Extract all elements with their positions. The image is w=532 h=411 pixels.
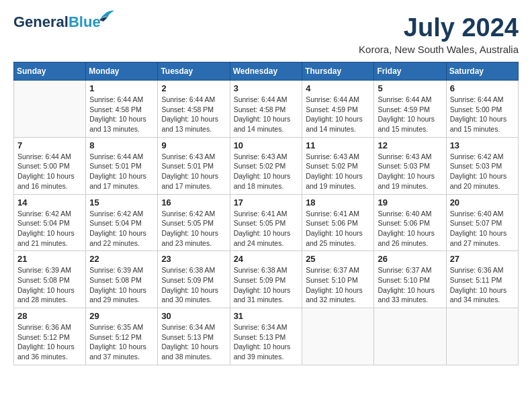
day-number: 20 <box>450 197 515 208</box>
calendar-cell: 29Sunrise: 6:35 AMSunset: 5:12 PMDayligh… <box>86 308 158 365</box>
day-info: Sunrise: 6:42 AMSunset: 5:05 PMDaylight:… <box>161 209 226 248</box>
day-number: 30 <box>161 311 226 321</box>
day-info: Sunrise: 6:40 AMSunset: 5:06 PMDaylight:… <box>378 209 442 248</box>
day-number: 1 <box>89 83 154 93</box>
calendar-cell: 11Sunrise: 6:43 AMSunset: 5:02 PMDayligh… <box>302 137 374 194</box>
day-info: Sunrise: 6:43 AMSunset: 5:03 PMDaylight:… <box>378 152 442 191</box>
logo-general: General <box>13 13 69 30</box>
day-number: 14 <box>17 197 82 208</box>
calendar-cell: 6Sunrise: 6:44 AMSunset: 5:00 PMDaylight… <box>446 81 518 138</box>
logo: GeneralBlue <box>13 13 101 31</box>
month-title: July 2024 <box>359 13 519 42</box>
day-number: 5 <box>378 83 442 93</box>
calendar-cell <box>14 81 86 138</box>
calendar-cell: 18Sunrise: 6:41 AMSunset: 5:06 PMDayligh… <box>302 194 374 251</box>
day-number: 3 <box>234 83 299 93</box>
day-info: Sunrise: 6:43 AMSunset: 5:02 PMDaylight:… <box>234 152 299 191</box>
calendar-cell: 13Sunrise: 6:42 AMSunset: 5:03 PMDayligh… <box>446 137 518 194</box>
logo-wing-icon <box>97 8 116 23</box>
calendar-cell: 23Sunrise: 6:38 AMSunset: 5:09 PMDayligh… <box>158 251 230 308</box>
day-number: 28 <box>17 311 82 321</box>
calendar-cell: 27Sunrise: 6:36 AMSunset: 5:11 PMDayligh… <box>446 251 518 308</box>
page-header: GeneralBlue July 2024 Korora, New South … <box>13 13 519 55</box>
day-number: 31 <box>234 311 299 321</box>
day-number: 9 <box>161 140 226 150</box>
weekday-header-tuesday: Tuesday <box>158 62 230 81</box>
day-number: 18 <box>306 197 370 208</box>
day-number: 13 <box>450 140 515 150</box>
calendar-cell: 25Sunrise: 6:37 AMSunset: 5:10 PMDayligh… <box>302 251 374 308</box>
calendar-cell: 1Sunrise: 6:44 AMSunset: 4:58 PMDaylight… <box>86 81 158 138</box>
day-number: 11 <box>306 140 370 150</box>
calendar-cell: 4Sunrise: 6:44 AMSunset: 4:59 PMDaylight… <box>302 81 374 138</box>
day-info: Sunrise: 6:34 AMSunset: 5:13 PMDaylight:… <box>161 322 226 362</box>
day-info: Sunrise: 6:44 AMSunset: 4:58 PMDaylight:… <box>89 95 154 134</box>
calendar-week-row: 14Sunrise: 6:42 AMSunset: 5:04 PMDayligh… <box>14 194 519 251</box>
calendar-cell: 28Sunrise: 6:36 AMSunset: 5:12 PMDayligh… <box>14 308 86 365</box>
day-number: 10 <box>234 140 299 150</box>
weekday-header-saturday: Saturday <box>446 62 518 81</box>
calendar-cell: 19Sunrise: 6:40 AMSunset: 5:06 PMDayligh… <box>374 194 446 251</box>
day-number: 16 <box>161 197 226 208</box>
day-info: Sunrise: 6:35 AMSunset: 5:12 PMDaylight:… <box>89 322 154 362</box>
day-info: Sunrise: 6:43 AMSunset: 5:02 PMDaylight:… <box>306 152 370 191</box>
calendar-cell: 10Sunrise: 6:43 AMSunset: 5:02 PMDayligh… <box>230 137 302 194</box>
weekday-header-friday: Friday <box>374 62 446 81</box>
calendar-cell: 7Sunrise: 6:44 AMSunset: 5:00 PMDaylight… <box>14 137 86 194</box>
calendar-header-row: SundayMondayTuesdayWednesdayThursdayFrid… <box>14 62 519 81</box>
day-number: 22 <box>89 254 154 264</box>
weekday-header-thursday: Thursday <box>302 62 374 81</box>
day-info: Sunrise: 6:34 AMSunset: 5:13 PMDaylight:… <box>234 322 299 362</box>
day-info: Sunrise: 6:43 AMSunset: 5:01 PMDaylight:… <box>161 152 226 191</box>
day-info: Sunrise: 6:39 AMSunset: 5:08 PMDaylight:… <box>17 265 82 305</box>
day-number: 21 <box>17 254 82 264</box>
calendar-cell: 9Sunrise: 6:43 AMSunset: 5:01 PMDaylight… <box>158 137 230 194</box>
day-number: 8 <box>89 140 154 150</box>
calendar-cell: 20Sunrise: 6:40 AMSunset: 5:07 PMDayligh… <box>446 194 518 251</box>
day-number: 6 <box>450 83 515 93</box>
title-area: July 2024 Korora, New South Wales, Austr… <box>359 13 519 55</box>
day-number: 27 <box>450 254 515 264</box>
calendar-cell: 8Sunrise: 6:44 AMSunset: 5:01 PMDaylight… <box>86 137 158 194</box>
logo-blue: Blue <box>69 13 101 30</box>
day-info: Sunrise: 6:36 AMSunset: 5:12 PMDaylight:… <box>17 322 82 362</box>
day-info: Sunrise: 6:44 AMSunset: 4:58 PMDaylight:… <box>161 95 226 134</box>
calendar-cell: 31Sunrise: 6:34 AMSunset: 5:13 PMDayligh… <box>230 308 302 365</box>
weekday-header-wednesday: Wednesday <box>230 62 302 81</box>
day-number: 29 <box>89 311 154 321</box>
weekday-header-monday: Monday <box>86 62 158 81</box>
day-info: Sunrise: 6:44 AMSunset: 5:00 PMDaylight:… <box>450 95 515 134</box>
day-number: 26 <box>378 254 442 264</box>
calendar-week-row: 21Sunrise: 6:39 AMSunset: 5:08 PMDayligh… <box>14 251 519 308</box>
calendar-table: SundayMondayTuesdayWednesdayThursdayFrid… <box>13 62 519 365</box>
day-number: 15 <box>89 197 154 208</box>
calendar-cell <box>374 308 446 365</box>
day-number: 23 <box>161 254 226 264</box>
calendar-cell: 21Sunrise: 6:39 AMSunset: 5:08 PMDayligh… <box>14 251 86 308</box>
calendar-cell: 17Sunrise: 6:41 AMSunset: 5:05 PMDayligh… <box>230 194 302 251</box>
calendar-week-row: 7Sunrise: 6:44 AMSunset: 5:00 PMDaylight… <box>14 137 519 194</box>
calendar-week-row: 1Sunrise: 6:44 AMSunset: 4:58 PMDaylight… <box>14 81 519 138</box>
calendar-cell: 5Sunrise: 6:44 AMSunset: 4:59 PMDaylight… <box>374 81 446 138</box>
day-info: Sunrise: 6:41 AMSunset: 5:05 PMDaylight:… <box>234 209 299 248</box>
day-info: Sunrise: 6:44 AMSunset: 4:59 PMDaylight:… <box>378 95 442 134</box>
calendar-cell: 14Sunrise: 6:42 AMSunset: 5:04 PMDayligh… <box>14 194 86 251</box>
day-number: 25 <box>306 254 370 264</box>
day-number: 2 <box>161 83 226 93</box>
day-info: Sunrise: 6:42 AMSunset: 5:04 PMDaylight:… <box>17 209 82 248</box>
day-number: 12 <box>378 140 442 150</box>
calendar-cell: 30Sunrise: 6:34 AMSunset: 5:13 PMDayligh… <box>158 308 230 365</box>
location-subtitle: Korora, New South Wales, Australia <box>359 44 519 55</box>
day-number: 4 <box>306 83 370 93</box>
day-info: Sunrise: 6:39 AMSunset: 5:08 PMDaylight:… <box>89 265 154 305</box>
day-info: Sunrise: 6:44 AMSunset: 4:58 PMDaylight:… <box>234 95 299 134</box>
day-info: Sunrise: 6:44 AMSunset: 4:59 PMDaylight:… <box>306 95 370 134</box>
day-info: Sunrise: 6:42 AMSunset: 5:03 PMDaylight:… <box>450 152 515 191</box>
day-info: Sunrise: 6:44 AMSunset: 5:00 PMDaylight:… <box>17 152 82 191</box>
calendar-cell <box>302 308 374 365</box>
day-number: 17 <box>234 197 299 208</box>
calendar-cell <box>446 308 518 365</box>
calendar-week-row: 28Sunrise: 6:36 AMSunset: 5:12 PMDayligh… <box>14 308 519 365</box>
calendar-cell: 15Sunrise: 6:42 AMSunset: 5:04 PMDayligh… <box>86 194 158 251</box>
day-number: 24 <box>234 254 299 264</box>
